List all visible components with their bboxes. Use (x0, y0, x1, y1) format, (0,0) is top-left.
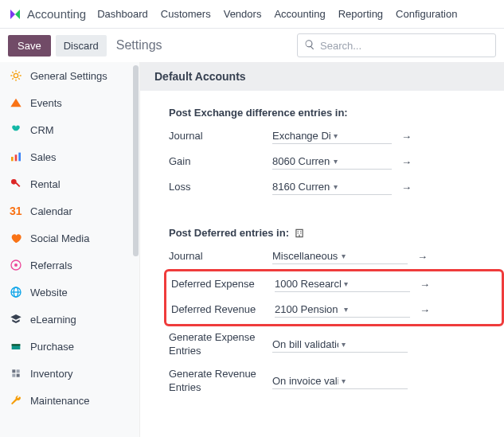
heart-icon (10, 232, 22, 244)
search-icon (304, 39, 320, 53)
sidebar-item-sales[interactable]: Sales (0, 143, 139, 170)
svg-rect-1 (11, 157, 14, 161)
svg-rect-14 (17, 369, 20, 373)
sidebar-scrollbar[interactable] (133, 65, 139, 256)
chevron-down-icon: ▾ (342, 340, 408, 349)
calendar-icon: 31 (10, 205, 22, 217)
loss-select[interactable]: 8160 Currency loss (dis▾ (272, 179, 392, 195)
field-label: Deferred Revenue (171, 303, 275, 317)
gain-select[interactable]: 8060 Currency gain (acc▾ (272, 154, 392, 170)
row-deferred-revenue: Deferred Revenue 2100 Pension obligation… (171, 302, 502, 318)
sidebar-item-maintenance[interactable]: Maintenance (0, 387, 139, 414)
row-deferred-expense: Deferred Expense 1000 Research and deve▾… (171, 276, 502, 292)
sidebar-item-label: Rental (30, 178, 61, 190)
group-deferred-title: Post Deferred entries in: (169, 227, 504, 239)
chevron-down-icon: ▾ (342, 252, 408, 260)
menu-customers[interactable]: Customers (161, 8, 211, 20)
events-icon (10, 96, 22, 109)
row-exchange-loss: Loss 8160 Currency loss (dis▾ → (169, 179, 504, 195)
menu-configuration[interactable]: Configuration (396, 8, 457, 20)
menu-reporting[interactable]: Reporting (338, 8, 383, 20)
sidebar-item-referrals[interactable]: Referrals (0, 252, 139, 279)
globe-icon (10, 286, 22, 298)
svg-rect-15 (12, 374, 15, 377)
field-label: Journal (169, 250, 272, 263)
generate-expense-select[interactable]: On bill validation▾ (272, 337, 408, 353)
sidebar-item-label: Inventory (30, 368, 72, 380)
svg-rect-22 (299, 234, 299, 236)
sidebar-item-inventory[interactable]: Inventory (0, 360, 139, 387)
settings-sidebar: General Settings Events CRM Sales Rental… (0, 62, 140, 437)
sidebar-item-general-settings[interactable]: General Settings (0, 62, 139, 89)
external-link-icon[interactable]: → (401, 131, 412, 142)
row-exchange-gain: Gain 8060 Currency gain (acc▾ → (169, 154, 504, 170)
deferred-journal-select[interactable]: Miscellaneous Operation▾ (272, 248, 408, 264)
journal-select[interactable]: Exchange Difference▾ (272, 128, 392, 144)
svg-point-4 (11, 179, 17, 185)
menu-vendors[interactable]: Vendors (224, 8, 262, 20)
svg-rect-18 (298, 231, 299, 232)
svg-rect-13 (12, 369, 15, 373)
save-button[interactable]: Save (8, 35, 51, 57)
svg-rect-21 (300, 232, 301, 233)
svg-rect-5 (15, 182, 20, 187)
top-menu: Dashboard Customers Vendors Accounting R… (97, 8, 457, 20)
discard-button[interactable]: Discard (56, 35, 107, 57)
chevron-down-icon: ▾ (344, 279, 410, 288)
deferred-expense-select[interactable]: 1000 Research and deve▾ (275, 276, 410, 292)
svg-rect-20 (298, 232, 299, 233)
field-label: Generate Expense Entries (169, 331, 272, 358)
sidebar-item-label: General Settings (30, 70, 107, 82)
external-link-icon[interactable]: → (420, 304, 430, 316)
sidebar-item-calendar[interactable]: 31 Calendar (0, 197, 139, 224)
sidebar-item-label: Events (30, 97, 62, 109)
search-input[interactable] (320, 40, 489, 52)
field-label: Journal (169, 130, 272, 143)
svg-rect-16 (17, 374, 20, 377)
section-title: Default Accounts (140, 62, 504, 91)
sidebar-item-events[interactable]: Events (0, 89, 139, 116)
sidebar-item-website[interactable]: Website (0, 279, 139, 306)
deferred-revenue-select[interactable]: 2100 Pension obligation▾ (275, 302, 410, 318)
row-deferred-journal: Journal Miscellaneous Operation▾ → (169, 248, 504, 264)
external-link-icon[interactable]: → (401, 156, 412, 168)
field-label: Deferred Expense (171, 278, 275, 291)
external-link-icon[interactable]: → (417, 251, 428, 263)
gear-icon (10, 69, 22, 82)
chevron-down-icon: ▾ (342, 377, 408, 385)
settings-content: Default Accounts Post Exchange differenc… (140, 62, 504, 437)
rental-icon (10, 178, 22, 190)
menu-accounting[interactable]: Accounting (274, 8, 325, 20)
external-link-icon[interactable]: → (420, 279, 430, 291)
sidebar-item-social-media[interactable]: Social Media (0, 224, 139, 252)
search-box[interactable] (297, 33, 496, 57)
highlight-box: Deferred Expense 1000 Research and deve▾… (164, 269, 504, 326)
generate-revenue-select[interactable]: On invoice validation▾ (272, 373, 408, 389)
svg-point-0 (14, 73, 18, 77)
field-label: Generate Revenue Entries (169, 368, 272, 395)
sidebar-item-crm[interactable]: CRM (0, 116, 139, 143)
inventory-icon (10, 367, 22, 380)
field-label: Loss (169, 181, 272, 194)
menu-dashboard[interactable]: Dashboard (97, 8, 148, 20)
sidebar-item-elearning[interactable]: eLearning (0, 306, 139, 333)
svg-rect-19 (300, 231, 301, 232)
page-heading: Settings (116, 38, 162, 53)
external-link-icon[interactable]: → (401, 181, 412, 193)
svg-rect-2 (15, 154, 18, 161)
sidebar-item-purchase[interactable]: Purchase (0, 333, 139, 360)
referrals-icon (10, 259, 22, 271)
sidebar-item-rental[interactable]: Rental (0, 170, 139, 197)
sidebar-item-label: CRM (30, 124, 54, 136)
sidebar-item-label: Sales (30, 151, 57, 163)
group-exchange-title: Post Exchange difference entries in: (169, 107, 504, 119)
sidebar-item-label: Maintenance (30, 395, 89, 407)
chevron-down-icon: ▾ (334, 182, 392, 191)
field-label: Gain (169, 155, 272, 169)
sidebar-item-label: Social Media (30, 232, 89, 244)
svg-point-7 (14, 263, 18, 267)
sidebar-item-label: Website (30, 287, 68, 298)
purchase-icon (10, 340, 22, 353)
row-generate-revenue: Generate Revenue Entries On invoice vali… (169, 368, 504, 395)
chevron-down-icon: ▾ (334, 157, 392, 166)
